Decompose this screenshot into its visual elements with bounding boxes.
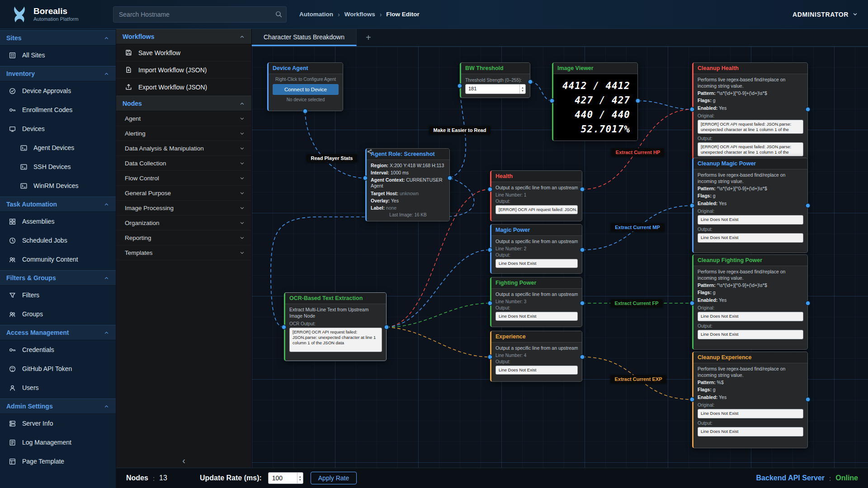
node-text-box[interactable]: [ERROR] OCR API request failed: JSON.par… [698, 142, 803, 156]
node-port[interactable] [690, 397, 694, 402]
search-input[interactable] [113, 6, 287, 23]
sidebar-item-agent-devices[interactable]: Agent Devices [0, 138, 116, 157]
node-category-templates[interactable]: Templates [116, 245, 251, 260]
node-text-box[interactable]: Line Does Not Exist [495, 312, 578, 321]
node-port[interactable] [458, 84, 462, 88]
node-category-data-collection[interactable]: Data Collection [116, 156, 251, 171]
node-category-alerting[interactable]: Alerting [116, 126, 251, 141]
node-number-input[interactable]: 181▲▼ [465, 84, 526, 94]
sidebar-item-winrm-devices[interactable]: WinRM Devices [0, 176, 116, 195]
sidebar-item-server-info[interactable]: Server Info [0, 414, 116, 433]
sidebar-item-all-sites[interactable]: All Sites [0, 46, 116, 65]
sidebar-section-inventory[interactable]: Inventory [0, 66, 116, 81]
sidebar-section-filters-groups[interactable]: Filters & Groups [0, 270, 116, 286]
panel-section-nodes[interactable]: Nodes [116, 96, 251, 111]
node-port[interactable] [580, 301, 585, 305]
node-text-box[interactable]: [ERROR] OCR API request failed: JSON.par… [289, 328, 382, 352]
node-text-box[interactable]: [ERROR] OCR API request failed: JSON.par… [495, 205, 578, 214]
flow-node-cleanup-health[interactable]: Cleanup HealthPerforms live regex-based … [692, 62, 808, 160]
node-port[interactable] [384, 325, 389, 329]
sidebar-item-scheduled-jobs[interactable]: Scheduled Jobs [0, 231, 116, 250]
node-port[interactable] [690, 107, 694, 112]
node-port[interactable] [806, 301, 810, 305]
node-text-box[interactable]: Line Does Not Exist [495, 259, 578, 268]
sidebar-item-ssh-devices[interactable]: SSH Devices [0, 157, 116, 176]
node-port[interactable] [690, 301, 694, 305]
node-port[interactable] [580, 355, 585, 359]
node-port[interactable] [528, 80, 533, 84]
panel-action-save-workflow[interactable]: Save Workflow [116, 44, 251, 61]
node-port[interactable] [580, 248, 585, 252]
sidebar-item-devices[interactable]: Devices [0, 119, 116, 138]
node-port[interactable] [488, 355, 492, 359]
node-category-reporting[interactable]: Reporting [116, 230, 251, 245]
panel-action-export-workflow-json[interactable]: Export Workflow (JSON) [116, 79, 251, 96]
new-tab-button[interactable]: + [357, 29, 380, 46]
node-port[interactable] [550, 99, 554, 103]
node-port[interactable] [448, 176, 452, 180]
apply-rate-button[interactable]: Apply Rate [311, 472, 357, 484]
sidebar-item-enrollment-codes[interactable]: Enrollment Codes [0, 100, 116, 119]
flow-node-image-viewer[interactable]: Image Viewer4412 / 4412427 / 427440 / 44… [552, 62, 638, 141]
sidebar-section-sites[interactable]: Sites [0, 30, 116, 46]
flow-canvas[interactable]: Read Player StatsMake it Easier to ReadE… [252, 47, 868, 468]
flow-node-cleanup-magic-power[interactable]: Cleanup Magic PowerPerforms live regex-b… [692, 158, 808, 253]
user-menu[interactable]: ADMINISTRATOR [793, 11, 858, 18]
panel-section-workflows[interactable]: Workflows [116, 29, 251, 44]
node-port[interactable] [303, 109, 307, 113]
flow-node-health[interactable]: HealthOutput a specific line from an ups… [490, 170, 582, 221]
node-port[interactable] [580, 187, 585, 192]
node-text-box[interactable]: [ERROR] OCR API request failed: JSON.par… [698, 120, 803, 134]
node-text-box[interactable]: Line Does Not Exist [698, 233, 803, 243]
breadcrumb-item-automation[interactable]: Automation [299, 11, 333, 18]
breadcrumb-item-workflows[interactable]: Workflows [344, 11, 375, 18]
tab-character-status-breakdown[interactable]: Character Status Breakdown [252, 29, 357, 46]
flow-node-magic-power[interactable]: Magic PowerOutput a specific line from a… [490, 224, 582, 274]
sidebar-item-filters[interactable]: Filters [0, 286, 116, 305]
node-text-box[interactable]: Line Does Not Exist [698, 427, 803, 436]
sidebar-item-groups[interactable]: Groups [0, 305, 116, 324]
node-category-flow-control[interactable]: Flow Control [116, 171, 251, 186]
sidebar-item-assemblies[interactable]: Assemblies [0, 212, 116, 231]
node-category-organization[interactable]: Organization [116, 216, 251, 230]
node-text-box[interactable]: Line Does Not Exist [698, 312, 803, 321]
update-rate-input[interactable]: 100 ▲▼ [268, 472, 303, 484]
breadcrumb-item-flow-editor[interactable]: Flow Editor [386, 11, 420, 18]
flow-node-cleanup-fighting-power[interactable]: Cleanup Fighting PowerPerforms live rege… [692, 254, 808, 350]
connect-to-device-button[interactable]: Connect to Device [273, 84, 339, 95]
number-spinner[interactable]: ▲▼ [519, 84, 525, 94]
panel-collapse-button[interactable]: ‹ [116, 453, 251, 468]
number-spinner[interactable]: ▲▼ [297, 473, 303, 483]
flow-node-ocr-text-extraction[interactable]: OCR-Based Text ExtractionExtract Multi-L… [284, 292, 387, 361]
node-text-box[interactable]: Line Does Not Exist [698, 215, 803, 225]
sidebar-item-log-management[interactable]: Log Management [0, 433, 116, 452]
flow-node-experience[interactable]: ExperienceOutput a specific line from an… [490, 331, 582, 382]
node-text-box[interactable]: Line Does Not Exist [698, 330, 803, 339]
sidebar-item-credentials[interactable]: Credentials [0, 340, 116, 359]
node-port[interactable] [806, 107, 810, 112]
node-port[interactable] [488, 301, 492, 305]
sidebar-section-admin-settings[interactable]: Admin Settings [0, 399, 116, 414]
node-port[interactable] [806, 203, 810, 208]
node-port[interactable] [806, 397, 810, 402]
node-port[interactable] [690, 203, 694, 208]
panel-action-import-workflow-json[interactable]: Import Workflow (JSON) [116, 61, 251, 79]
flow-node-cleanup-experience[interactable]: Cleanup ExperiencePerforms live regex-ba… [692, 352, 808, 448]
node-category-image-processing[interactable]: Image Processing [116, 201, 251, 216]
node-category-data-analysis-manipulation[interactable]: Data Analysis & Manipulation [116, 141, 251, 156]
sidebar-item-github-api-token[interactable]: GitHub API Token [0, 359, 116, 378]
sidebar-item-community-content[interactable]: Community Content [0, 250, 116, 269]
sidebar-section-access-management[interactable]: Access Management [0, 325, 116, 340]
node-text-box[interactable]: Line Does Not Exist [495, 366, 578, 375]
flow-node-bw-threshold[interactable]: BW ThresholdThreshold Strength (0–255):1… [460, 62, 530, 98]
node-category-general-purpose[interactable]: General Purpose [116, 186, 251, 201]
node-text-box[interactable]: Line Does Not Exist [698, 409, 803, 418]
sidebar-section-task-automation[interactable]: Task Automation [0, 197, 116, 212]
flow-node-agent-role-screenshot[interactable]: Agent Role: ScreenshotRegion: X:200 Y:41… [365, 148, 450, 221]
node-port[interactable] [282, 325, 286, 329]
node-category-agent[interactable]: Agent [116, 111, 251, 126]
node-port[interactable] [488, 187, 492, 192]
node-port[interactable] [363, 176, 368, 180]
sidebar-item-device-approvals[interactable]: Device Approvals [0, 81, 116, 100]
flow-node-fighting-power[interactable]: Fighting PowerOutput a specific line fro… [490, 277, 582, 327]
